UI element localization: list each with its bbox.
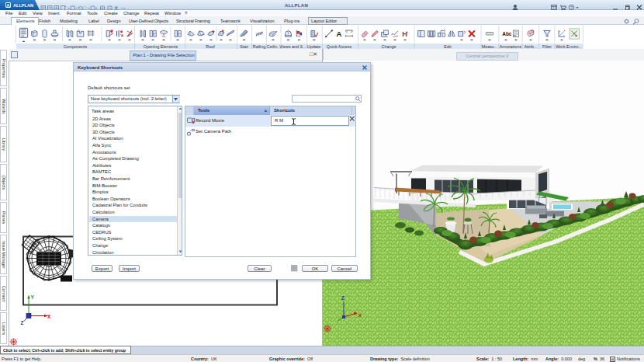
svg-text:X: X [47, 313, 51, 318]
svg-text:Z: Z [21, 320, 24, 325]
svg-text:?: ? [570, 5, 573, 10]
svg-text:X: X [358, 313, 362, 318]
svg-text:Z: Z [341, 295, 345, 301]
svg-text:Y: Y [31, 294, 35, 299]
